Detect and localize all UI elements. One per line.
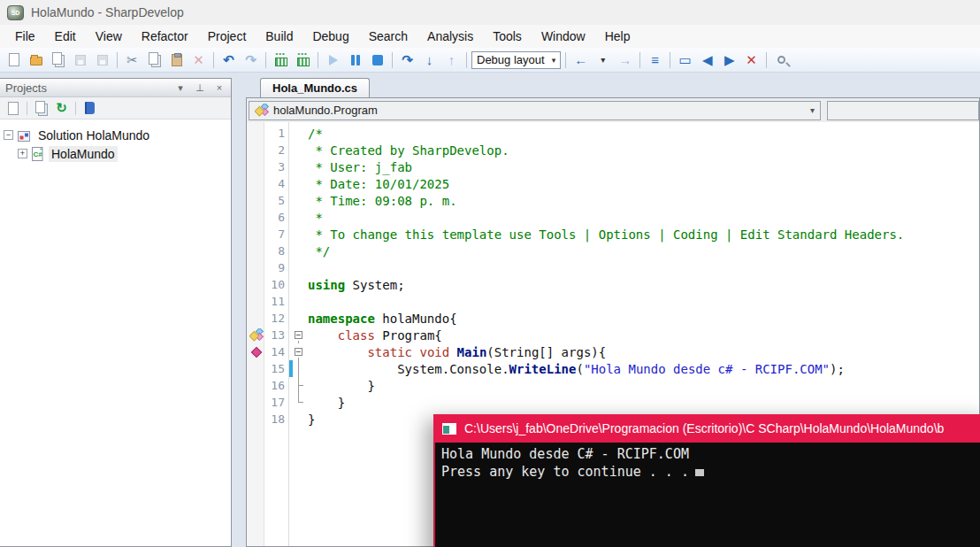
member-navigator-combobox[interactable] [827,101,979,120]
navigate-forward-icon[interactable]: → [615,50,635,70]
class-library-icon[interactable] [80,99,99,118]
code-line-12: 12namespace holaMundo{ [247,310,979,327]
fold-margin-cell [293,192,305,209]
step-out-icon[interactable]: ↑ [441,50,462,70]
code-line-13: 13− class Program{ [247,327,979,343]
toolbar-separator [117,52,118,68]
copy-icon[interactable] [144,50,165,70]
fold-margin-cell [293,158,305,175]
line-number: 16 [265,379,289,392]
show-all-files-icon[interactable] [32,99,50,118]
navigate-back-dropdown-icon[interactable]: ▾ [593,50,613,70]
code-line-1: 1/* [247,125,979,142]
tree-item-solution-holamundo[interactable]: −Solution HolaMundo [0,126,231,144]
properties-icon[interactable] [4,99,22,118]
save-all-icon[interactable] [92,50,112,70]
main-toolbar: ✂✕↶↷↷↓↑Debug layout▾←▾→≡▭◀▶✕ [0,48,980,73]
code-text: */ [305,244,330,258]
menu-refactor[interactable]: Refactor [132,26,198,47]
menu-file[interactable]: File [5,26,45,47]
line-number: 13 [265,328,289,342]
run-icon[interactable] [323,50,343,70]
toolbar-separator [392,52,393,68]
code-line-8: 8 */ [247,243,979,259]
toolbar-separator [766,52,767,68]
svg-text:*: * [40,147,42,153]
panel-menu-icon[interactable]: ▾ [174,82,187,94]
menu-tools[interactable]: Tools [483,26,532,47]
menu-debug[interactable]: Debug [302,26,358,47]
menu-build[interactable]: Build [256,26,302,47]
expand-icon[interactable]: + [18,149,27,158]
open-file-icon[interactable] [26,50,46,70]
navigator-row: holaMundo.Program ▾ [247,98,979,122]
menu-help[interactable]: Help [595,26,640,47]
panel-pin-icon[interactable]: ⊥ [194,82,206,94]
menu-project[interactable]: Project [198,26,256,47]
save-as-icon[interactable] [48,50,68,70]
stop-icon[interactable] [367,50,387,70]
toolbar-separator [27,102,27,115]
solution-tree[interactable]: −Solution HolaMundo+C#*HolaMundo [0,119,231,546]
solution-icon [18,129,31,142]
fold-collapse-box[interactable]: − [293,343,305,360]
rebuild-icon[interactable] [293,50,313,70]
undo-icon[interactable]: ↶ [218,50,239,70]
new-file-icon[interactable] [4,50,24,70]
toolbar-separator [265,52,266,68]
chevron-down-icon: ▾ [552,56,556,65]
console-app-icon [442,423,456,435]
line-number: 8 [265,244,289,258]
menu-view[interactable]: View [86,26,132,47]
projects-panel-header[interactable]: Projects ▾⊥× [0,79,231,97]
build-icon[interactable] [271,50,291,70]
next-bookmark-icon[interactable]: ▶ [719,50,739,70]
code-line-16: 16 } [247,377,979,394]
debug-layout-combo[interactable]: Debug layout▾ [471,51,561,69]
redo-icon[interactable]: ↷ [241,50,261,70]
code-text: using System; [305,278,405,292]
code-line-7: 7 * To change this template use Tools | … [247,226,979,243]
line-number: 9 [265,261,289,274]
refresh-icon[interactable]: ↻ [52,99,71,118]
menu-search[interactable]: Search [359,26,417,47]
toolbar-separator [213,52,214,68]
title-bar[interactable]: SD HolaMundo - SharpDevelop [0,0,980,25]
menu-edit[interactable]: Edit [45,26,86,47]
cut-icon[interactable]: ✂ [122,50,142,70]
quick-search-icon[interactable] [771,50,792,70]
console-output[interactable]: Hola Mundo desde C# - RCIPF.COMPress any… [433,443,980,547]
tree-item-holamundo[interactable]: +C#*HolaMundo [0,144,231,163]
step-into-icon[interactable]: ↓ [419,50,440,70]
console-line-2: Press any key to continue . . . [441,463,980,481]
code-line-17: 17 } [247,394,979,411]
class-navigator-combobox[interactable]: holaMundo.Program ▾ [249,101,821,120]
menu-window[interactable]: Window [532,26,595,47]
code-text: /* [305,127,323,141]
navigate-back-icon[interactable]: ← [570,50,591,70]
line-number: 17 [265,396,289,409]
menu-analysis[interactable]: Analysis [417,26,483,47]
clear-bookmarks-icon[interactable]: ✕ [741,50,762,70]
panel-close-icon[interactable]: × [213,82,226,93]
fold-collapse-box[interactable]: − [293,327,305,343]
delete-icon[interactable]: ✕ [188,50,209,70]
format-indent-icon[interactable]: ≡ [645,50,665,70]
pause-icon[interactable] [345,50,365,70]
fold-margin-cell [293,125,305,142]
line-number: 6 [265,211,289,224]
csproj-icon: C#* [32,147,44,161]
tab-hola-mundo-cs[interactable]: Hola_Mundo.cs [260,78,370,97]
line-number: 10 [265,278,289,291]
code-line-11: 11 [247,293,979,310]
fold-margin-cell [293,411,305,428]
console-title-bar[interactable]: C:\Users\j_fab\OneDrive\Programacion (Es… [433,414,980,443]
step-over-icon[interactable]: ↷ [397,50,417,70]
paste-icon[interactable] [166,50,187,70]
code-line-6: 6 * [247,209,979,226]
collapse-icon[interactable]: − [4,130,13,140]
toggle-bookmark-icon[interactable]: ▭ [675,50,695,70]
toolbar-separator [670,52,670,68]
prev-bookmark-icon[interactable]: ◀ [697,50,717,70]
save-file-icon[interactable] [70,50,90,70]
